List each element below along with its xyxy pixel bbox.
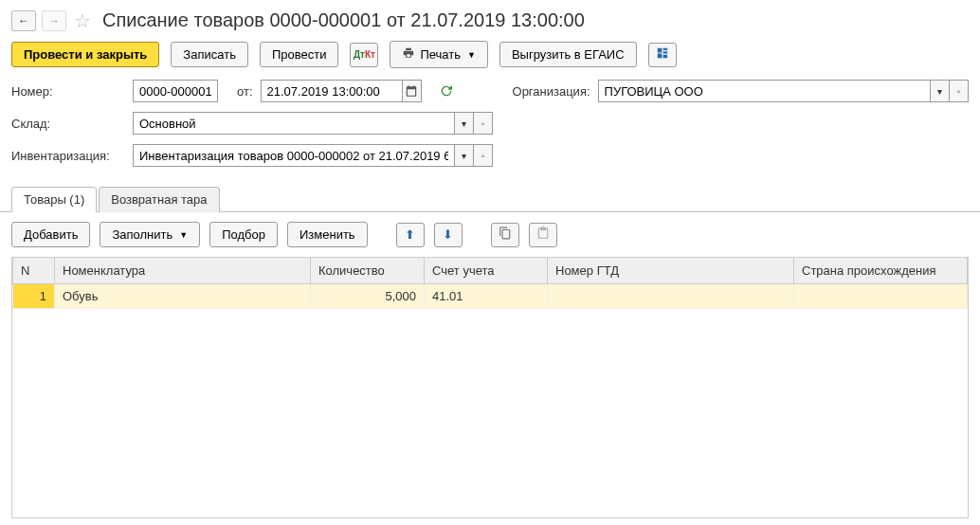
from-label: от: [237,84,253,99]
refresh-icon [439,83,454,99]
add-button[interactable]: Добавить [11,222,90,247]
col-header-qty[interactable]: Количество [311,258,425,284]
goods-table[interactable]: N Номенклатура Количество Счет учета Ном… [11,257,969,518]
warehouse-input[interactable] [133,112,455,135]
col-header-gtd[interactable]: Номер ГТД [548,258,794,284]
edit-button[interactable]: Изменить [287,222,368,247]
arrow-right-icon: → [48,14,60,27]
dtkt-button[interactable]: ДтКт [350,43,378,67]
inventory-label: Инвентаризация: [11,149,125,163]
number-input[interactable] [133,80,218,102]
date-input[interactable] [261,80,403,102]
calendar-button[interactable] [403,80,422,102]
caret-down-icon: ▼ [179,230,188,240]
post-and-close-button[interactable]: Провести и закрыть [11,42,159,67]
nav-forward-button[interactable]: → [42,10,66,31]
page-title: Списание товаров 0000-000001 от 21.07.20… [102,9,585,31]
col-header-nomenclature[interactable]: Номенклатура [55,258,311,284]
refresh-button[interactable] [435,80,458,102]
cell-rownum[interactable]: 1 [13,284,55,309]
print-button[interactable]: Печать ▼ [390,41,488,68]
table-empty-area[interactable] [12,309,968,517]
warehouse-label: Склад: [11,117,125,131]
inventory-dropdown-button[interactable]: ▾ [455,144,474,167]
caret-down-icon: ▾ [462,151,466,161]
arrow-left-icon: ← [18,14,29,27]
open-icon: ▫ [481,118,485,129]
egais-button[interactable]: Выгрузить в ЕГАИС [499,42,637,67]
dtkt-icon: ДтКт [354,49,375,60]
cell-qty[interactable]: 5,000 [311,284,425,309]
paste-button[interactable] [529,223,557,247]
save-button[interactable]: Записать [171,42,248,67]
printer-icon [402,46,415,63]
calendar-icon [405,84,418,98]
tab-goods[interactable]: Товары (1) [11,187,97,212]
org-open-button[interactable]: ▫ [950,80,969,102]
paste-icon [536,226,550,243]
pick-button[interactable]: Подбор [209,222,278,247]
copy-icon [499,226,512,243]
table-header-row: N Номенклатура Количество Счет учета Ном… [13,258,968,284]
cell-country[interactable] [794,284,968,309]
report-button[interactable] [648,43,677,67]
org-dropdown-button[interactable]: ▾ [931,80,950,102]
tab-returnable-tara[interactable]: Возвратная тара [99,187,219,212]
inventory-open-button[interactable]: ▫ [474,144,493,167]
org-label: Организация: [513,84,590,99]
inventory-input[interactable] [133,144,455,167]
fill-button[interactable]: Заполнить ▼ [100,222,200,247]
favorite-star-icon[interactable]: ☆ [72,10,93,31]
copy-button[interactable] [491,223,519,247]
open-icon: ▫ [481,151,485,161]
caret-down-icon: ▾ [462,118,466,129]
open-icon: ▫ [957,86,961,97]
col-header-account[interactable]: Счет учета [425,258,548,284]
col-header-n[interactable]: N [13,258,55,284]
report-icon [656,46,669,63]
move-down-button[interactable]: ⬇ [434,223,463,247]
caret-down-icon: ▼ [467,50,476,60]
table-row[interactable]: 1 Обувь 5,000 41.01 [13,284,968,309]
nav-back-button[interactable]: ← [11,10,36,31]
move-up-button[interactable]: ⬆ [396,223,425,247]
arrow-down-icon: ⬇ [443,227,453,242]
org-input[interactable] [598,80,931,102]
cell-gtd[interactable] [548,284,794,309]
cell-account[interactable]: 41.01 [425,284,548,309]
col-header-country[interactable]: Страна происхождения [794,258,968,284]
warehouse-dropdown-button[interactable]: ▾ [455,112,474,135]
cell-nomenclature[interactable]: Обувь [55,284,311,309]
post-button[interactable]: Провести [260,42,339,67]
number-label: Номер: [11,84,125,99]
warehouse-open-button[interactable]: ▫ [474,112,493,135]
arrow-up-icon: ⬆ [405,227,415,242]
caret-down-icon: ▾ [937,86,942,97]
